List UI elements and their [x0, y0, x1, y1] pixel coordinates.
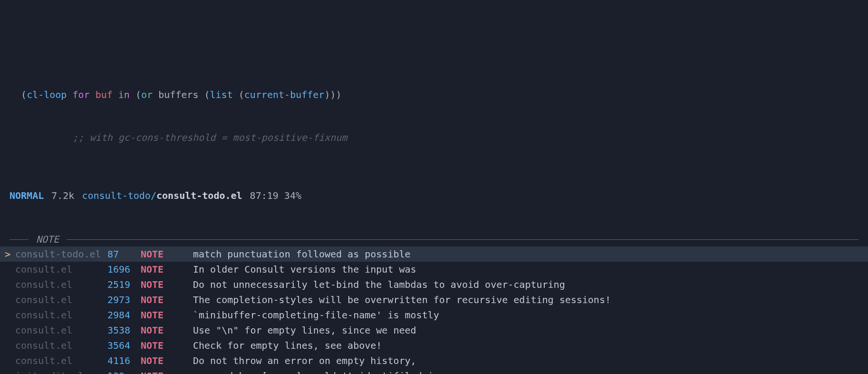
code-line: (cl-loop for buf in (or buffers (list (c… [10, 88, 858, 102]
selection-marker-icon [3, 338, 12, 353]
result-tag: NOTE [141, 354, 193, 368]
selection-marker-icon [3, 308, 12, 322]
result-file: consult-todo.el [12, 247, 107, 261]
selection-marker-icon [3, 293, 12, 307]
result-file: consult.el [12, 293, 107, 307]
result-row[interactable]: consult.el2984NOTE`minibuffer-completing… [0, 307, 868, 323]
result-description: match punctuation followed as possible [193, 247, 868, 261]
result-row[interactable]: init-edit.el139NOTEcommand-key [super] c… [0, 368, 868, 374]
todo-results: NOTE>consult-todo.el87NOTEmatch punctuat… [0, 232, 868, 374]
group-title: NOTE [33, 232, 62, 246]
result-tag: NOTE [141, 247, 193, 261]
result-line: 4116 [107, 354, 141, 368]
result-line: 3564 [107, 338, 141, 353]
buffer-path: consult-todo/consult-todo.el [82, 188, 242, 203]
result-line: 1696 [107, 262, 141, 276]
selection-marker-icon [3, 323, 12, 337]
result-description: Do not unnecessarily let-bind the lambda… [193, 277, 868, 292]
result-tag: NOTE [141, 293, 193, 307]
result-description: `minibuffer-completing-file-name' is mos… [193, 308, 868, 322]
result-tag: NOTE [141, 262, 193, 276]
result-line: 3538 [107, 323, 141, 337]
result-file: consult.el [12, 338, 107, 353]
result-tag: NOTE [141, 338, 193, 353]
result-tag: NOTE [141, 369, 193, 374]
result-description: Do not throw an error on empty history, [193, 354, 868, 368]
result-file: consult.el [12, 262, 107, 276]
code-line: ;; with gc-cons-threshold = most-positiv… [10, 130, 858, 145]
editor-mode: NORMAL [10, 188, 44, 203]
result-description: In older Consult versions the input was [193, 262, 868, 276]
result-row[interactable]: consult.el2973NOTEThe completion-styles … [0, 292, 868, 307]
result-description: The completion-styles will be overwritte… [193, 293, 868, 307]
buffer-size: 7.2k [51, 188, 74, 203]
result-line: 2519 [107, 277, 141, 292]
result-description: Use "\n" for empty lines, since we need [193, 323, 868, 337]
result-row[interactable]: consult.el3564NOTECheck for empty lines,… [0, 338, 868, 353]
result-line: 87 [107, 247, 141, 261]
modeline: NORMAL 7.2k consult-todo/consult-todo.el… [0, 187, 868, 204]
result-file: consult.el [12, 354, 107, 368]
result-file: init-edit.el [12, 369, 107, 374]
selection-marker-icon [3, 354, 12, 368]
result-tag: NOTE [141, 308, 193, 322]
result-file: consult.el [12, 277, 107, 292]
code-preview: (cl-loop for buf in (or buffers (list (c… [0, 57, 868, 159]
result-row[interactable]: consult.el4116NOTEDo not throw an error … [0, 353, 868, 368]
selection-marker-icon: > [3, 247, 12, 261]
result-tag: NOTE [141, 277, 193, 292]
result-row[interactable]: consult.el2519NOTEDo not unnecessarily l… [0, 277, 868, 292]
result-file: consult.el [12, 308, 107, 322]
selection-marker-icon [3, 262, 12, 276]
result-row[interactable]: consult.el3538NOTEUse "\n" for empty lin… [0, 323, 868, 338]
result-line: 2973 [107, 293, 141, 307]
result-line: 139 [107, 369, 141, 374]
result-description: Check for empty lines, see above! [193, 338, 868, 353]
result-row[interactable]: >consult-todo.el87NOTEmatch punctuation … [0, 246, 868, 262]
cursor-position: 87:19 34% [250, 188, 301, 203]
result-tag: NOTE [141, 323, 193, 337]
selection-marker-icon [3, 277, 12, 292]
result-row[interactable]: consult.el1696NOTEIn older Consult versi… [0, 262, 868, 277]
result-file: consult.el [12, 323, 107, 337]
selection-marker-icon [3, 369, 12, 374]
group-header-note: NOTE [0, 232, 868, 246]
result-line: 2984 [107, 308, 141, 322]
result-description: command-key [super] couldn't identifiled… [193, 369, 868, 374]
